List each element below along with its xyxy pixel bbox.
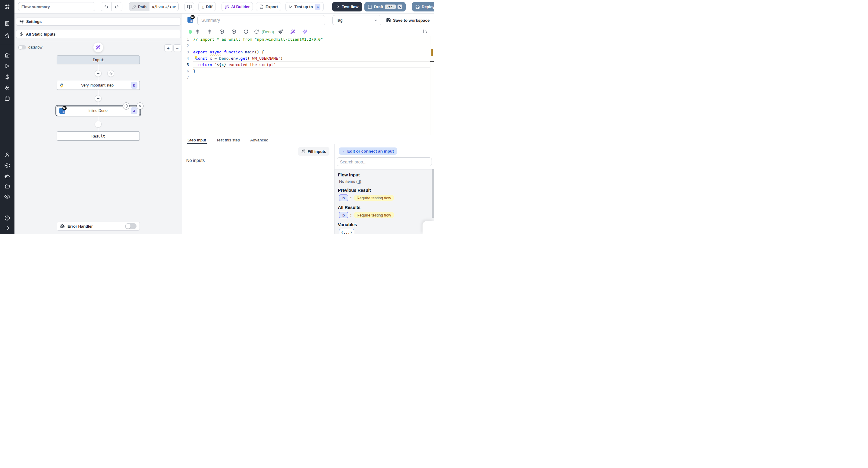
expand-sidebar-arrow-icon[interactable] — [4, 225, 10, 231]
result-key-badge[interactable]: b — [339, 195, 348, 201]
code-line[interactable]: 3export async function main() { — [182, 49, 434, 55]
insert-step-button[interactable] — [95, 95, 101, 102]
variables-object-badge[interactable]: {...} — [339, 229, 354, 234]
status-dot-icon — [189, 30, 192, 34]
edit-or-connect-button[interactable]: ← Edit or connect an input — [339, 147, 397, 155]
test-flow-button[interactable]: Test flow — [332, 2, 362, 11]
code-line[interactable]: 4💡 const x = Deno.env.get('WM_USERNAME') — [182, 55, 434, 61]
workspace-building-icon[interactable] — [4, 21, 10, 27]
flow-input-empty: No items ([]) — [339, 179, 434, 184]
scrollbar-thumb[interactable] — [432, 169, 434, 218]
docs-book-button[interactable] — [184, 2, 194, 11]
all-static-inputs-button[interactable]: All Static Inputs — [16, 30, 181, 38]
insert-step-button[interactable] — [95, 70, 101, 77]
code-line[interactable]: 2 — [182, 42, 434, 49]
flow-summary-input[interactable] — [18, 2, 95, 11]
flow-settings-button[interactable]: Settings — [16, 17, 181, 26]
code-text: const x = Deno.env.get('WM_USERNAME') — [193, 56, 283, 61]
chevron-down-icon — [374, 18, 378, 22]
reload-lang-rotate-button[interactable] — [252, 27, 261, 36]
deploy-label: Deploy — [422, 4, 434, 9]
insert-step-button[interactable] — [95, 121, 101, 127]
test-up-to-button[interactable]: Test up toa — [285, 2, 324, 11]
add-variable-dollar-button[interactable] — [192, 27, 204, 36]
flow-node-result[interactable]: Result — [57, 131, 140, 141]
lightbulb-icon[interactable]: 💡 — [194, 56, 197, 59]
line-number: 6 — [182, 69, 193, 73]
magic-wand-icon — [96, 45, 101, 50]
folders-icon[interactable] — [4, 183, 10, 189]
zoom-in-button[interactable]: + — [164, 44, 173, 52]
variables-title: Variables — [338, 222, 434, 227]
runs-play-icon[interactable] — [4, 63, 10, 69]
tab-test-this-step[interactable]: Test this step — [216, 136, 240, 144]
step-summary-input[interactable] — [197, 15, 325, 25]
ai-builder-label: AI Builder — [231, 4, 250, 9]
code-line[interactable]: 5 return `${x} executed the script` — [182, 61, 434, 68]
flow-node-step-b[interactable]: Very important step b — [57, 81, 140, 90]
path-value[interactable]: u/henri/inv — [150, 2, 178, 11]
zoom-out-button[interactable]: − — [173, 44, 181, 52]
ai-builder-button[interactable]: AI Builder — [221, 2, 253, 11]
ai-wand-button[interactable] — [287, 27, 299, 36]
flow-node-input[interactable]: Input — [57, 56, 140, 64]
code-editor[interactable]: 1// import * as wmill from "npm:windmill… — [182, 36, 434, 135]
tag-select[interactable]: Tag — [333, 15, 381, 25]
code-text: } — [193, 69, 195, 73]
code-line[interactable]: 7 — [182, 74, 434, 81]
dataflow-toggle[interactable] — [18, 45, 26, 50]
prop-search-input[interactable] — [337, 157, 432, 166]
favorites-star-icon[interactable] — [4, 33, 10, 38]
workers-robot-icon[interactable] — [4, 173, 10, 179]
code-line[interactable]: 1// import * as wmill from "npm:windmill… — [182, 36, 434, 42]
fill-inputs-button[interactable]: Fill inputs — [298, 147, 330, 155]
deploy-button[interactable]: Deploy — [412, 2, 434, 11]
pencil-icon — [132, 5, 136, 9]
tab-step-input[interactable]: Step Input — [187, 136, 206, 144]
step-tabs: Step Input Test this step Advanced — [182, 136, 434, 144]
resources-boxes-icon[interactable] — [4, 85, 10, 91]
path-button-group[interactable]: Path u/henri/inv — [129, 2, 179, 11]
diff-button[interactable]: ±Diff — [198, 2, 216, 11]
save-draft-button[interactable]: DraftCtrlS — [364, 2, 406, 11]
format-paintbrush-button[interactable] — [275, 27, 287, 36]
help-icon[interactable] — [4, 215, 10, 221]
plus-minus-icon: ± — [202, 4, 204, 9]
library-button[interactable] — [421, 27, 430, 36]
reload-rotate-cw-button[interactable] — [240, 27, 252, 36]
ai-flow-wand-button[interactable] — [93, 42, 103, 53]
audit-eye-icon[interactable] — [4, 194, 10, 200]
users-person-icon[interactable] — [4, 152, 10, 158]
home-icon[interactable] — [4, 52, 10, 58]
book-open-icon — [187, 4, 192, 9]
path-edit-segment[interactable]: Path — [129, 2, 150, 11]
error-handler-label: Error Handler — [67, 224, 93, 229]
code-line[interactable]: 6} — [182, 68, 434, 74]
settings-gear-icon[interactable] — [4, 163, 10, 169]
all-static-inputs-label: All Static Inputs — [26, 32, 56, 36]
tab-advanced[interactable]: Advanced — [250, 136, 268, 144]
add-trigger-bolt-button[interactable] — [107, 70, 114, 77]
error-handler-toggle[interactable] — [125, 223, 136, 229]
floating-widget-corner[interactable] — [423, 221, 434, 234]
redo-button[interactable] — [112, 2, 122, 11]
windmill-logo-icon[interactable] — [4, 3, 11, 11]
schedules-calendar-icon[interactable] — [4, 96, 10, 101]
package-button[interactable] — [228, 27, 240, 36]
variables-dollar-icon[interactable] — [4, 74, 10, 80]
typescript-deno-icon: TS — [187, 17, 193, 23]
play-icon — [336, 5, 340, 9]
result-key-badge[interactable]: b — [339, 212, 348, 218]
package-button[interactable] — [216, 27, 228, 36]
line-number: 5 — [182, 62, 193, 67]
deno-icon — [62, 106, 67, 110]
add-resource-dollar-button[interactable] — [204, 27, 216, 36]
save-to-workspace-button[interactable]: Save to workspace — [386, 15, 430, 25]
move-step-button[interactable] — [123, 103, 130, 110]
undo-button[interactable] — [101, 2, 112, 11]
delete-step-button[interactable] — [136, 103, 144, 110]
sparkles-button[interactable] — [299, 27, 311, 36]
line-number: 1 — [182, 37, 193, 41]
kbd-s: S — [398, 4, 402, 9]
export-button[interactable]: Export — [256, 2, 281, 11]
